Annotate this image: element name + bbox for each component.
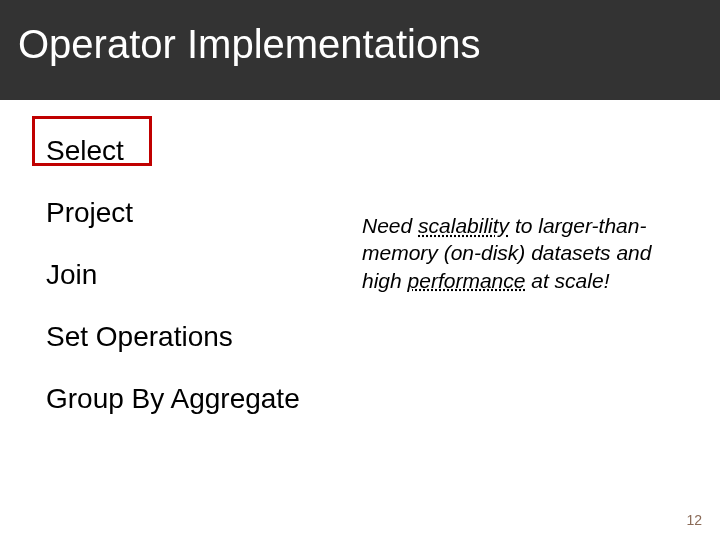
callout-part: Need <box>362 214 418 237</box>
callout-underline: scalability <box>418 214 509 237</box>
callout-part: at scale! <box>525 269 609 292</box>
callout-underline: performance <box>408 269 526 292</box>
callout-text: Need scalability to larger-than-memory (… <box>362 212 672 294</box>
list-item: Set Operations <box>46 321 686 353</box>
list-item: Group By Aggregate <box>46 383 686 415</box>
header-bar: Operator Implementations <box>0 0 720 100</box>
list-item: Select <box>46 135 686 167</box>
page-number: 12 <box>686 512 702 528</box>
page-title: Operator Implementations <box>18 22 480 67</box>
